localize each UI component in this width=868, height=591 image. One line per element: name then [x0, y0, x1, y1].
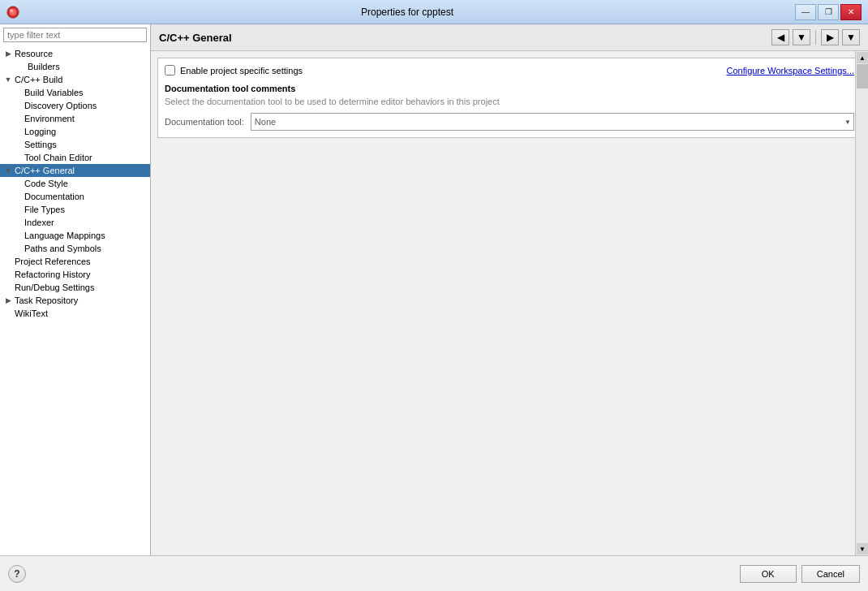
help-button[interactable]: ?: [8, 565, 26, 583]
tree-label-file-types: File Types: [23, 204, 67, 215]
tree-view: ▶ Resource Builders ▼ C/C++ Build Build …: [0, 45, 150, 555]
tree-label-resource: Resource: [13, 48, 54, 59]
tree-label-logging: Logging: [23, 126, 58, 137]
section-description: Select the documentation tool to be used…: [165, 97, 854, 106]
tree-item-wikitext[interactable]: WikiText: [0, 307, 150, 320]
expand-icon-cpp-build: ▼: [3, 75, 13, 84]
scroll-down-button[interactable]: ▼: [857, 543, 868, 554]
tree-item-run-debug[interactable]: Run/Debug Settings: [0, 281, 150, 294]
back-dropdown-button[interactable]: ▼: [793, 29, 810, 45]
window-controls: — ❐ ✕: [795, 4, 862, 20]
back-icon: ◀: [777, 32, 784, 43]
tree-item-discovery-options[interactable]: Discovery Options: [0, 99, 150, 112]
checkbox-row: Enable project specific settings Configu…: [165, 65, 854, 75]
configure-link[interactable]: Configure Workspace Settings...: [726, 66, 854, 75]
bottom-right: OK Cancel: [740, 565, 860, 583]
tree-item-documentation[interactable]: Documentation: [0, 190, 150, 203]
title-bar: Properties for cpptest — ❐ ✕: [0, 0, 868, 24]
tree-item-file-types[interactable]: File Types: [0, 203, 150, 216]
forward-dropdown-button[interactable]: ▼: [842, 29, 860, 45]
tree-label-discovery-options: Discovery Options: [23, 100, 98, 111]
tree-label-paths-and-symbols: Paths and Symbols: [23, 243, 103, 254]
expand-icon-cpp-general: ▼: [3, 166, 13, 175]
tree-item-environment[interactable]: Environment: [0, 112, 150, 125]
right-panel: C/C++ General ◀ ▼ ▶ ▼: [151, 24, 868, 555]
tree-label-cpp-build: C/C++ Build: [13, 74, 64, 85]
tree-item-project-references[interactable]: Project References: [0, 255, 150, 268]
app-icon: [6, 6, 19, 19]
bottom-left: ?: [8, 565, 26, 583]
scrollbar[interactable]: ▲ ▼: [855, 51, 868, 555]
doc-tool-row: Documentation tool: None: [165, 113, 854, 131]
tree-label-refactoring-history: Refactoring History: [13, 269, 92, 280]
ok-button[interactable]: OK: [740, 565, 797, 583]
right-content: Enable project specific settings Configu…: [151, 51, 868, 555]
tree-item-logging[interactable]: Logging: [0, 125, 150, 138]
tree-label-run-debug: Run/Debug Settings: [13, 282, 96, 293]
header-buttons: ◀ ▼ ▶ ▼: [771, 29, 860, 45]
tree-item-code-style[interactable]: Code Style: [0, 177, 150, 190]
panel-title: C/C++ General: [159, 32, 232, 44]
doc-tool-select[interactable]: None: [251, 113, 854, 131]
tree-label-language-mappings: Language Mappings: [23, 230, 107, 241]
select-wrapper: None: [251, 113, 854, 131]
forward-icon: ▶: [827, 32, 834, 43]
section-title: Documentation tool comments: [165, 84, 854, 93]
settings-box: Enable project specific settings Configu…: [157, 58, 862, 138]
svg-point-2: [10, 9, 13, 12]
expand-icon-resource: ▶: [3, 50, 13, 58]
window-title: Properties for cpptest: [19, 6, 795, 18]
tree-item-cpp-build[interactable]: ▼ C/C++ Build: [0, 73, 150, 86]
forward-button[interactable]: ▶: [821, 29, 839, 45]
tree-item-language-mappings[interactable]: Language Mappings: [0, 229, 150, 242]
tree-label-project-references: Project References: [13, 256, 92, 267]
tree-item-tool-chain-editor[interactable]: Tool Chain Editor: [0, 151, 150, 164]
tree-item-settings[interactable]: Settings: [0, 138, 150, 151]
tree-item-task-repository[interactable]: ▶ Task Repository: [0, 294, 150, 307]
tree-label-code-style: Code Style: [23, 178, 70, 189]
doc-tool-label: Documentation tool:: [165, 117, 244, 127]
tree-item-resource[interactable]: ▶ Resource: [0, 47, 150, 60]
restore-button[interactable]: ❐: [818, 4, 839, 20]
tree-label-documentation: Documentation: [23, 191, 86, 202]
left-panel: ▶ Resource Builders ▼ C/C++ Build Build …: [0, 24, 151, 555]
scroll-thumb[interactable]: [857, 64, 868, 88]
dialog: ▶ Resource Builders ▼ C/C++ Build Build …: [0, 24, 868, 591]
tree-label-environment: Environment: [23, 113, 76, 124]
tree-item-builders[interactable]: Builders: [0, 60, 150, 73]
tree-label-wikitext: WikiText: [13, 308, 49, 319]
bottom-bar: ? OK Cancel: [0, 555, 868, 591]
content-area: ▶ Resource Builders ▼ C/C++ Build Build …: [0, 24, 868, 555]
tree-item-build-variables[interactable]: Build Variables: [0, 86, 150, 99]
right-header: C/C++ General ◀ ▼ ▶ ▼: [151, 24, 868, 51]
tree-item-paths-and-symbols[interactable]: Paths and Symbols: [0, 242, 150, 255]
tree-item-refactoring-history[interactable]: Refactoring History: [0, 268, 150, 281]
tree-label-tool-chain-editor: Tool Chain Editor: [23, 152, 94, 163]
tree-label-build-variables: Build Variables: [23, 87, 85, 98]
header-separator: [815, 30, 816, 45]
minimize-button[interactable]: —: [795, 4, 816, 20]
tree-label-builders: Builders: [26, 61, 62, 72]
close-button[interactable]: ✕: [840, 4, 862, 20]
cancel-button[interactable]: Cancel: [801, 565, 860, 583]
tree-label-settings: Settings: [23, 139, 58, 150]
back-button[interactable]: ◀: [771, 29, 789, 45]
tree-item-indexer[interactable]: Indexer: [0, 216, 150, 229]
tree-item-cpp-general[interactable]: ▼ C/C++ General: [0, 164, 150, 177]
enable-label[interactable]: Enable project specific settings: [180, 66, 303, 75]
expand-icon-task-repository: ▶: [3, 296, 13, 304]
scroll-up-button[interactable]: ▲: [857, 52, 868, 63]
tree-label-indexer: Indexer: [23, 217, 56, 228]
filter-input[interactable]: [3, 28, 147, 42]
tree-label-task-repository: Task Repository: [13, 295, 79, 306]
tree-label-cpp-general: C/C++ General: [13, 165, 76, 176]
forward-dropdown-icon: ▼: [846, 32, 856, 43]
back-dropdown-icon: ▼: [797, 32, 806, 43]
enable-checkbox[interactable]: [165, 65, 175, 75]
